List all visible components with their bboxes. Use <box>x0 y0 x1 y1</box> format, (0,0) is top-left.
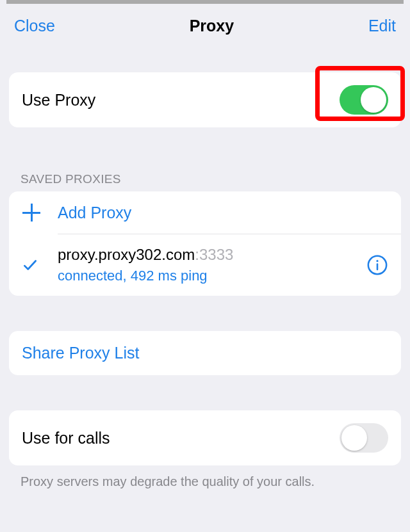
use-proxy-label: Use Proxy <box>22 91 95 109</box>
proxy-host-line: proxy.proxy302.com:3333 <box>58 246 366 264</box>
svg-point-2 <box>376 260 378 262</box>
page-title: Proxy <box>190 17 234 35</box>
navbar: Close Proxy Edit <box>0 4 410 47</box>
share-proxy-list-label: Share Proxy List <box>22 344 139 362</box>
plus-icon <box>22 203 41 222</box>
proxy-host: proxy.proxy302.com <box>58 246 195 263</box>
close-button[interactable]: Close <box>14 17 55 35</box>
saved-proxies-header: SAVED PROXIES <box>0 172 410 191</box>
use-proxy-row: Use Proxy <box>9 72 401 127</box>
check-icon <box>22 257 38 273</box>
use-proxy-toggle[interactable] <box>340 85 388 115</box>
proxy-status: connected, 492 ms ping <box>58 268 366 284</box>
add-proxy-row[interactable]: Add Proxy <box>9 191 401 234</box>
calls-footer-note: Proxy servers may degrade the quality of… <box>0 465 410 489</box>
info-icon[interactable] <box>366 254 388 276</box>
edit-button[interactable]: Edit <box>368 17 396 35</box>
share-proxy-list-row[interactable]: Share Proxy List <box>9 331 401 375</box>
add-proxy-label: Add Proxy <box>58 204 131 222</box>
proxy-port: :3333 <box>195 246 233 263</box>
use-for-calls-row: Use for calls <box>9 410 401 465</box>
use-for-calls-label: Use for calls <box>22 429 110 447</box>
proxy-row[interactable]: proxy.proxy302.com:3333 connected, 492 m… <box>9 234 401 296</box>
use-for-calls-toggle[interactable] <box>340 423 388 453</box>
